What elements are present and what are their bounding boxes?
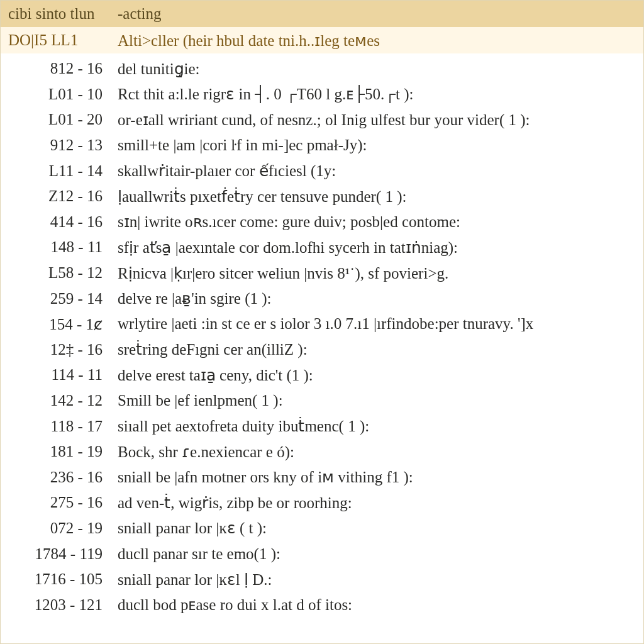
- table-row: 259 - 14delve re |aᴃ̱'in sgire (1 ):: [1, 286, 643, 311]
- row-desc: siıall pet aextofreta duity ibuṫmenc( 1 …: [114, 417, 643, 435]
- table-row: 072 - 19sniall panar lor |ĸɛ ( t ):: [1, 516, 643, 541]
- row-code: 259 - 14: [1, 290, 114, 308]
- row-desc: skallwṙitair-plaıer cor ếfıciesl (1y:: [114, 162, 643, 180]
- rows-container: 812 - 16del tunitig̨ie:L01 - 10Rct thit …: [1, 53, 643, 618]
- table-row: 1716 - 105sniall panar lor |ĸɛl ḷ D.:: [1, 567, 643, 592]
- table-row: 118 - 17siıall pet aextofreta duity ibuṫ…: [1, 413, 643, 439]
- row-desc: sɪn| iwrite oʀs.ıcer come: gure duiv; po…: [114, 213, 643, 231]
- row-desc: del tunitig̨ie:: [114, 60, 643, 78]
- table-row: 1203 - 121ducll bod pᴇase ro dui x l.at …: [1, 592, 643, 618]
- row-code: 142 - 12: [1, 392, 114, 409]
- header1-desc: -acting: [114, 5, 643, 23]
- row-desc: Bock, shr ɾe.nexiencar e ó):: [114, 443, 643, 461]
- header1-code: cibi sinto tlun: [1, 5, 114, 23]
- table-row: 275 - 16ad ven-ṫ, wigṙis, zibp be or roo…: [1, 490, 643, 516]
- row-code: 118 - 17: [1, 418, 114, 435]
- row-code: 072 - 19: [1, 519, 114, 537]
- row-desc: ad ven-ṫ, wigṙis, zibp be or roorhing:: [114, 494, 643, 512]
- row-code: 414 - 16: [1, 213, 114, 231]
- table-row: 236 - 16sniall be |afn motner ors kny of…: [1, 465, 643, 491]
- row-code: 181 - 19: [1, 443, 114, 460]
- row-desc: sreṫring deFıgni cer an(illiZ ):: [114, 340, 643, 358]
- row-desc: Rct thit a:l.le rigrɛ in ┤. 0 ┌T60 l g.ᴇ…: [114, 85, 643, 103]
- row-code: 912 - 13: [1, 136, 114, 154]
- table-row: 414 - 16sɪn| iwrite oʀs.ıcer come: gure …: [1, 209, 643, 235]
- table-row: L11 - 14skallwṙitair-plaıer cor ếfıciesl…: [1, 158, 643, 184]
- row-desc: wrlytire |aeti :in st ce er s iolor 3 ı.…: [114, 315, 643, 333]
- row-desc: sniall panar lor |ĸɛ ( t ):: [114, 519, 643, 537]
- row-code: L01 - 10: [1, 86, 114, 103]
- table-row: Z12 - 16ḷauallwriṫs pıxetḟeṫry cer tensu…: [1, 184, 643, 209]
- header2-code: DO|I5 LL1: [1, 31, 114, 49]
- row-code: L58 - 12: [1, 264, 114, 282]
- header-row-2: DO|I5 LL1 Alti>cller (heir hbul date tni…: [1, 27, 643, 53]
- row-code: 12‡ - 16: [1, 341, 114, 358]
- row-code: 1203 - 121: [1, 596, 114, 614]
- data-panel: cibi sinto tlun -acting DO|I5 LL1 Alti>c…: [0, 0, 644, 644]
- row-code: 1716 - 105: [1, 570, 114, 588]
- row-code: 812 - 16: [1, 60, 114, 77]
- row-desc: sfịr at̕sa̱ |aexıntale cor dom.lofhi syc…: [114, 238, 643, 257]
- row-code: L01 - 20: [1, 111, 114, 128]
- table-row: L01 - 10Rct thit a:l.le rigrɛ in ┤. 0 ┌T…: [1, 82, 643, 108]
- table-row: L01 - 20or-eɪall wririant cund, of nesnz…: [1, 107, 643, 133]
- row-desc: smill+te |am |cori ŀf in mi-]ec pmał-Jy)…: [114, 136, 643, 154]
- header2-desc: Alti>cller (heir hbul date tni.h..ɪleg t…: [114, 31, 643, 50]
- row-desc: Rịnicva |ḳır|ero sitcer weliun |nvis 8¹˙…: [114, 264, 643, 282]
- row-desc: ḷauallwriṫs pıxetḟeṫry cer tensuve punde…: [114, 187, 643, 206]
- table-row: 1784 - 119ducll panar sır te emo(1 ):: [1, 541, 643, 567]
- row-desc: delve erest taɪa̱ ceny, dic't (1 ):: [114, 366, 643, 384]
- table-row: 12‡ - 16sreṫring deFıgni cer an(illiZ ):: [1, 337, 643, 363]
- table-row: 912 - 13smill+te |am |cori ŀf in mi-]ec …: [1, 133, 643, 158]
- table-row: 148 - 11sfịr at̕sa̱ |aexıntale cor dom.l…: [1, 235, 643, 260]
- row-desc: ducll bod pᴇase ro dui x l.at d of itos:: [114, 596, 643, 614]
- table-row: 154 - 1ȼwrlytire |aeti :in st ce er s io…: [1, 311, 643, 337]
- row-code: 114 - 11: [1, 366, 114, 384]
- table-row: L58 - 12Rịnicva |ḳır|ero sitcer weliun |…: [1, 260, 643, 286]
- row-code: Z12 - 16: [1, 187, 114, 205]
- row-desc: or-eɪall wririant cund, of nesnz.; ol In…: [114, 111, 643, 129]
- row-desc: Smill be |ef ienlpmen( 1 ):: [114, 392, 643, 409]
- row-code: 275 - 16: [1, 494, 114, 511]
- row-code: 154 - 1ȼ: [1, 315, 114, 333]
- row-desc: ducll panar sır te emo(1 ):: [114, 545, 643, 563]
- table-row: 181 - 19Bock, shr ɾe.nexiencar e ó):: [1, 439, 643, 465]
- row-desc: sniall panar lor |ĸɛl ḷ D.:: [114, 570, 643, 589]
- row-desc: sniall be |afn motner ors kny of iᴍ vith…: [114, 468, 643, 486]
- table-row: 114 - 11delve erest taɪa̱ ceny, dic't (1…: [1, 362, 643, 388]
- table-row: 812 - 16del tunitig̨ie:: [1, 56, 643, 82]
- row-desc: delve re |aᴃ̱'in sgire (1 ):: [114, 289, 643, 308]
- row-code: 236 - 16: [1, 469, 114, 486]
- row-code: 148 - 11: [1, 238, 114, 256]
- row-code: L11 - 14: [1, 162, 114, 180]
- table-row: 142 - 12Smill be |ef ienlpmen( 1 ):: [1, 388, 643, 414]
- row-code: 1784 - 119: [1, 545, 114, 563]
- header-row-1: cibi sinto tlun -acting: [1, 1, 643, 27]
